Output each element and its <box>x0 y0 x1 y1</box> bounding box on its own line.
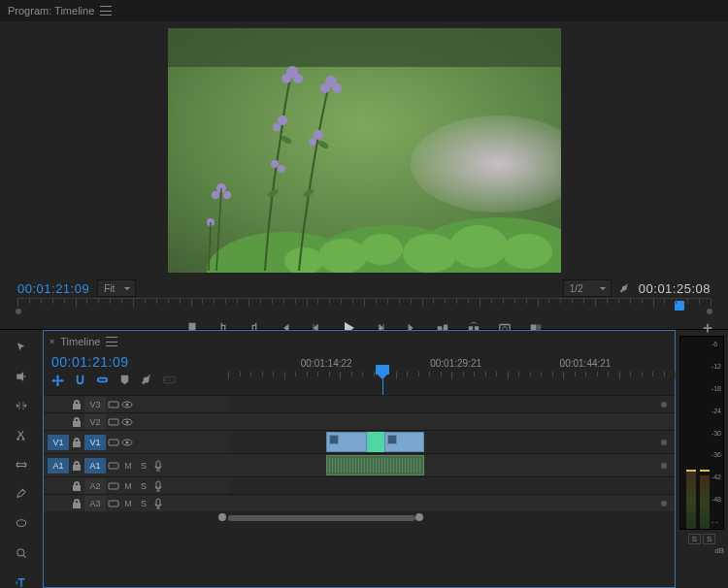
panel-menu-icon[interactable] <box>100 6 112 16</box>
track-lane-a3[interactable] <box>228 495 675 511</box>
type-tool-icon[interactable] <box>13 576 30 588</box>
target-patch-v1[interactable]: V1 <box>84 435 106 450</box>
eye-icon[interactable] <box>121 437 133 448</box>
rectangle-tool-icon[interactable] <box>13 517 30 529</box>
audio-meter[interactable]: -6 -12 -18 -24 -30 -36 -42 -48 - - <box>679 336 724 530</box>
mute-button[interactable]: M <box>121 461 135 471</box>
toggle-output-icon[interactable] <box>108 399 119 410</box>
toggle-output-icon[interactable] <box>108 460 119 472</box>
scrubber-start-dot[interactable] <box>16 309 21 314</box>
settings-icon[interactable] <box>619 282 631 294</box>
solo-button[interactable]: S <box>137 461 150 471</box>
target-patch-v2[interactable]: V2 <box>84 414 106 430</box>
source-patch-v3[interactable] <box>48 397 69 412</box>
solo-channel-r[interactable]: S <box>703 534 715 544</box>
timeline-menu-icon[interactable] <box>106 337 117 346</box>
solo-button[interactable]: S <box>137 499 150 508</box>
track-lane-v2[interactable] <box>228 413 675 430</box>
lock-icon[interactable] <box>71 480 83 492</box>
track-scroll-dot[interactable] <box>661 501 667 506</box>
insert-mode-icon[interactable] <box>51 374 64 386</box>
target-patch-v3[interactable]: V3 <box>84 397 106 412</box>
resolution-dropdown[interactable]: 1/2 <box>563 279 612 297</box>
source-patch-v2[interactable] <box>48 414 69 430</box>
toggle-output-icon[interactable] <box>108 480 119 492</box>
meter-peak-l <box>686 470 696 472</box>
source-patch-a1[interactable]: A1 <box>48 458 69 474</box>
track-lane-v3[interactable] <box>228 396 675 412</box>
zoom-bar[interactable] <box>228 515 415 521</box>
program-scrubber[interactable] <box>17 298 711 315</box>
track-lane-a1[interactable] <box>228 454 675 476</box>
track-lane-v1[interactable] <box>228 431 675 453</box>
slip-tool-icon[interactable] <box>13 459 30 471</box>
lock-icon[interactable] <box>71 437 83 448</box>
svg-point-25 <box>212 191 219 199</box>
track-header-v2[interactable]: V2 <box>44 413 228 430</box>
lock-icon[interactable] <box>71 399 83 410</box>
target-patch-a1[interactable]: A1 <box>84 458 106 474</box>
eye-icon[interactable] <box>121 416 133 428</box>
close-tab-icon[interactable]: × <box>50 337 54 346</box>
mute-button[interactable]: M <box>121 481 135 491</box>
marker-add-icon[interactable] <box>118 374 131 386</box>
track-scroll-dot[interactable] <box>661 463 667 469</box>
video-clip[interactable] <box>326 432 366 452</box>
ripple-edit-tool-icon[interactable] <box>13 400 30 411</box>
program-preview[interactable] <box>168 28 561 273</box>
voiceover-icon[interactable] <box>152 498 164 509</box>
hand-tool-icon[interactable] <box>13 547 30 559</box>
track-header-a3[interactable]: A3 M S <box>44 495 228 511</box>
timeline-tab[interactable]: × Timeline <box>50 336 117 347</box>
voiceover-icon[interactable] <box>152 480 164 492</box>
scrubber-end-dot[interactable] <box>707 309 712 314</box>
razor-tool-icon[interactable] <box>13 430 30 441</box>
video-clip-transition[interactable] <box>367 432 384 452</box>
caption-track-icon[interactable] <box>163 374 176 386</box>
track-header-a1[interactable]: A1 A1 M S <box>44 454 228 476</box>
timeline-settings-icon[interactable] <box>141 374 153 386</box>
track-select-tool-icon[interactable] <box>13 371 30 382</box>
source-patch-a3[interactable] <box>48 496 69 511</box>
target-patch-a3[interactable]: A3 <box>84 496 106 511</box>
program-tab-title[interactable]: Program: Timeline <box>8 5 94 16</box>
linked-selection-icon[interactable] <box>96 374 109 386</box>
zoom-scrollbar[interactable] <box>228 511 675 525</box>
toggle-output-icon[interactable] <box>108 437 119 448</box>
timeline-tc[interactable]: 00:01:21:09 <box>51 354 220 370</box>
solo-channel-l[interactable]: S <box>688 534 701 544</box>
solo-button[interactable]: S <box>137 481 150 491</box>
zoom-handle-right[interactable] <box>415 513 423 521</box>
track-scroll-dot[interactable] <box>661 440 667 445</box>
track-header-v3[interactable]: V3 <box>44 396 228 412</box>
pen-tool-icon[interactable] <box>13 488 30 500</box>
video-clip[interactable] <box>384 432 424 452</box>
track-scroll-dot[interactable] <box>661 402 667 408</box>
time-ruler[interactable]: 00:01:14:22 00:01:29:21 00:01:44:21 <box>228 358 675 381</box>
track-header-a2[interactable]: A2 M S <box>44 477 228 494</box>
zoom-handle-left[interactable] <box>218 513 226 521</box>
track-header-v1[interactable]: V1 V1 <box>44 431 228 453</box>
timeline-ruler-area[interactable]: 00:01:14:22 00:01:29:21 00:01:44:21 <box>228 352 675 395</box>
selection-tool-icon[interactable] <box>13 342 30 353</box>
toggle-output-icon[interactable] <box>108 416 119 428</box>
toggle-output-icon[interactable] <box>108 498 119 509</box>
audio-clip[interactable] <box>326 455 424 475</box>
lock-icon[interactable] <box>71 498 83 509</box>
eye-icon[interactable] <box>121 399 133 410</box>
source-patch-v1[interactable]: V1 <box>48 435 69 450</box>
fx-badge-icon[interactable] <box>329 435 339 444</box>
zoom-dropdown[interactable]: Fit <box>97 279 136 297</box>
program-tc-current[interactable]: 00:01:21:09 <box>17 281 89 296</box>
program-tc-duration: 00:01:25:08 <box>639 281 711 296</box>
source-patch-a2[interactable] <box>48 478 69 494</box>
lock-icon[interactable] <box>71 460 83 472</box>
fx-badge-icon[interactable] <box>387 435 397 444</box>
target-patch-a2[interactable]: A2 <box>84 478 106 494</box>
track-lane-a2[interactable] <box>228 477 675 494</box>
mute-button[interactable]: M <box>121 499 135 508</box>
button-editor-icon[interactable] <box>701 321 714 335</box>
voiceover-icon[interactable] <box>152 460 164 472</box>
snap-icon[interactable] <box>74 374 86 386</box>
lock-icon[interactable] <box>71 416 83 428</box>
